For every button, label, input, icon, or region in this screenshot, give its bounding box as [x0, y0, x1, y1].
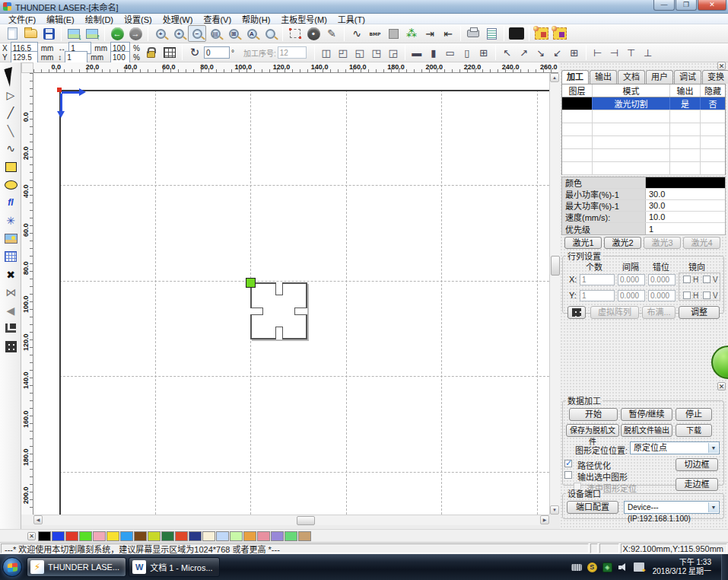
menu-item-7[interactable]: 主板型号(M) [275, 13, 332, 25]
bezier-tool[interactable]: ∿ [2, 140, 20, 157]
tab-调试[interactable]: 调试 [674, 70, 701, 84]
height-field[interactable] [65, 51, 87, 63]
close-button[interactable]: ✕ [698, 0, 726, 11]
align-left-icon[interactable]: ⊢ [590, 45, 606, 60]
prop-value[interactable] [646, 177, 725, 188]
lock-ratio-icon[interactable] [142, 44, 161, 61]
curve-smooth-icon[interactable]: ∿ [348, 25, 366, 42]
datum-tool[interactable] [2, 320, 20, 336]
menu-item-0[interactable]: 文件(F) [3, 13, 41, 25]
tray-sogou-icon[interactable]: S [587, 562, 597, 572]
rotate-minus-90-icon[interactable]: ◳ [368, 45, 385, 60]
align-bottom-icon[interactable]: ⊥ [640, 45, 656, 60]
point-tool[interactable]: ✳ [2, 212, 20, 229]
tray-volume-icon[interactable] [618, 562, 628, 572]
palette-color-15[interactable] [243, 531, 256, 541]
frame-button-切边框[interactable]: 切边框 [676, 458, 718, 471]
floating-assistant-button[interactable] [711, 346, 728, 379]
array-copy1-icon[interactable] [532, 25, 551, 42]
palette-close-icon[interactable]: ✕ [27, 532, 36, 540]
preview-monitor-icon[interactable] [507, 25, 526, 42]
device-select[interactable]: Device---(IP:192.168.1.100) ▼ [624, 501, 720, 514]
palette-color-14[interactable] [230, 531, 243, 541]
to-bottom-right-icon[interactable]: ↘ [532, 45, 549, 60]
prop-value[interactable]: 10.0 [646, 212, 725, 222]
work-button-保存为脱机文件[interactable]: 保存为脱机文件 [566, 424, 619, 437]
palette-color-7[interactable] [134, 531, 147, 541]
grid-tool[interactable] [2, 248, 20, 265]
checkbox-路径优化[interactable] [564, 460, 572, 467]
palette-color-18[interactable] [285, 531, 297, 541]
flip-vertical-icon[interactable]: ◫ [318, 45, 335, 60]
tray-keyboard-icon[interactable] [571, 562, 582, 572]
position-select[interactable]: 原定位点▼ [630, 441, 720, 454]
prop-value[interactable]: 1 [646, 223, 725, 234]
pick-node-icon[interactable]: • [304, 25, 323, 42]
show-desktop-button[interactable] [721, 554, 728, 580]
work-button-脱机文件输出[interactable]: 脱机文件输出 [621, 424, 672, 437]
ellipse-tool[interactable] [2, 177, 20, 193]
zoom-in-icon[interactable]: + [170, 25, 188, 42]
array-y-input-2[interactable] [648, 290, 676, 301]
line-tool[interactable]: ╱ [2, 104, 20, 121]
select-box-icon[interactable] [286, 25, 304, 42]
layer-table[interactable]: 图层模式输出隐藏激光切割是否 [561, 84, 726, 175]
tab-文档[interactable]: 文档 [618, 70, 645, 84]
align-right-icon[interactable]: ⊣ [606, 45, 623, 60]
layer-row[interactable]: 激光切割是否 [562, 97, 725, 110]
tab-变换[interactable]: 变换 [702, 70, 728, 84]
palette-color-19[interactable] [298, 531, 311, 541]
section-close-icon[interactable]: ✕ [717, 382, 726, 390]
scroll-left-icon[interactable]: ◀ [33, 515, 43, 524]
palette-color-9[interactable] [161, 531, 174, 541]
horizontal-scrollbar[interactable]: ◀ ▶ [33, 515, 549, 525]
rect-tool[interactable] [2, 158, 20, 175]
sequence-field[interactable] [278, 46, 307, 59]
delete-tool[interactable]: ✖ [2, 266, 20, 283]
save-file-icon[interactable] [40, 25, 58, 42]
zoom-in-plus-icon[interactable]: + [151, 25, 170, 42]
work-button-开始[interactable]: 开始 [569, 408, 618, 421]
tab-加工[interactable]: 加工 [561, 70, 589, 84]
rotate-angle-field[interactable] [204, 46, 230, 59]
shape-anchor-handle[interactable] [246, 278, 256, 288]
select-arrow-tool[interactable] [2, 69, 20, 85]
same-width-icon[interactable]: ▬ [409, 45, 425, 60]
palette-color-3[interactable] [79, 531, 92, 541]
panel-close-icon[interactable]: ✕ [717, 62, 726, 70]
y-scale-field[interactable] [110, 51, 130, 63]
array-tool[interactable] [2, 338, 20, 355]
same-height-icon[interactable]: ▮ [425, 45, 442, 60]
to-center-icon[interactable]: ⊞ [566, 45, 583, 60]
export-image-icon[interactable]: ↑ [83, 25, 101, 42]
align-v-center-icon[interactable]: ▯ [459, 45, 475, 60]
palette-color-11[interactable] [189, 531, 202, 541]
zoom-page-icon[interactable]: ▤ [206, 25, 224, 42]
vertical-scrollbar[interactable]: ▲ ▼ [549, 73, 560, 515]
minimize-button[interactable]: — [653, 0, 675, 11]
taskbar-clock[interactable]: 下午 1:33 2018/3/12 星期一 [653, 558, 711, 576]
menu-item-4[interactable]: 处理(W) [157, 13, 199, 25]
text-tool[interactable]: fI [2, 194, 20, 211]
image-tool[interactable] [2, 230, 20, 247]
mirror-h-tool[interactable]: ⋈ [2, 284, 20, 301]
palette-color-17[interactable] [271, 531, 284, 541]
zoom-view-icon[interactable] [261, 25, 279, 42]
tray-network-icon[interactable] [634, 562, 644, 572]
pen-edit-icon[interactable]: ✎ [323, 25, 341, 42]
tray-app-icon[interactable]: ◈ [602, 562, 612, 572]
palette-color-8[interactable] [148, 531, 161, 541]
flip-horizontal-icon[interactable]: ◰ [335, 45, 351, 60]
menu-item-3[interactable]: 设置(S) [119, 13, 157, 25]
gray-block-icon[interactable] [384, 25, 402, 42]
array-x-input-1[interactable] [618, 274, 645, 285]
table-grid-icon[interactable] [161, 44, 179, 61]
v-spacing-icon[interactable]: ⇤ [439, 25, 457, 42]
vertical-scroll-thumb[interactable] [551, 256, 560, 276]
align-h-center-icon[interactable]: ▭ [442, 45, 459, 60]
output-list-icon[interactable] [482, 25, 501, 42]
checkbox-输出选中图形[interactable] [564, 471, 572, 479]
tab-输出[interactable]: 输出 [590, 70, 617, 84]
design-canvas[interactable] [33, 73, 549, 515]
palette-color-12[interactable] [202, 531, 215, 541]
